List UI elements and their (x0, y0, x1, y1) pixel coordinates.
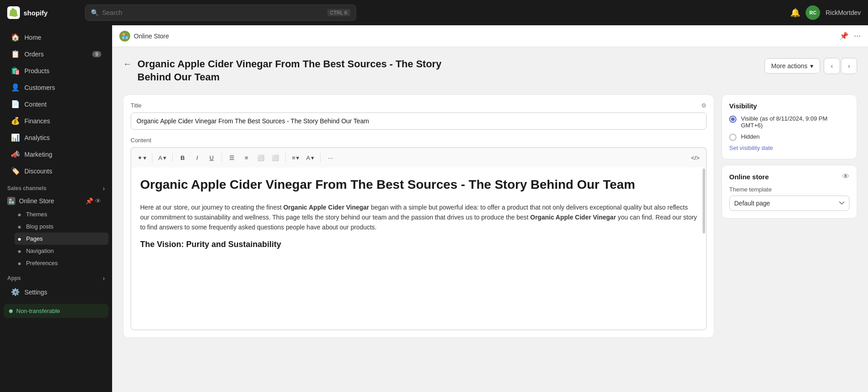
title-label-text: Title (131, 102, 142, 109)
sidebar-item-home[interactable]: 🏠 Home (4, 29, 108, 45)
sidebar-sub-pages[interactable]: Pages (14, 233, 108, 245)
html-source-button[interactable]: </> (689, 151, 702, 164)
logo[interactable]: shopify (7, 6, 80, 19)
toolbar-separator (152, 153, 152, 162)
prev-arrow-button[interactable]: ‹ (824, 58, 840, 74)
visible-radio-button[interactable] (729, 116, 736, 123)
avatar[interactable]: RC (806, 5, 820, 20)
non-transferable-badge[interactable]: Non-transferable (4, 304, 108, 318)
italic-button[interactable]: I (191, 151, 203, 164)
sales-channels-label: Sales channels (7, 185, 47, 191)
toolbar-separator (285, 153, 286, 162)
sidebar-item-label: Settings (24, 289, 47, 296)
pin-subnav-icon[interactable]: 📌 (840, 32, 849, 40)
search-bar[interactable]: 🔍 CTRLK (85, 5, 356, 21)
expand-sales-channels-icon[interactable]: › (103, 185, 105, 192)
visible-radio-item[interactable]: Visible (as of 8/11/2024, 9:09 PM GMT+6) (729, 115, 849, 129)
font-dropdown-button[interactable]: A ▾ (156, 151, 169, 164)
hidden-radio-label: Hidden (741, 133, 760, 140)
back-button[interactable]: ← (123, 59, 132, 69)
sidebar-item-discounts[interactable]: 🏷️ Discounts (4, 163, 108, 179)
theme-template-select[interactable]: Default page Custom page (729, 196, 849, 211)
outdent-button[interactable]: ⬜ (269, 151, 282, 164)
sidebar-sub-label: Themes (26, 211, 47, 218)
notification-bell-icon[interactable]: 🔔 (790, 8, 800, 18)
sidebar-item-customers[interactable]: 👤 Customers (4, 79, 108, 95)
search-shortcut: CTRLK (327, 9, 350, 16)
online-store-eye-icon[interactable]: 👁 (842, 173, 849, 181)
sidebar-item-label: Finances (24, 117, 50, 125)
title-settings-icon[interactable]: ⚙ (701, 102, 707, 109)
sidebar-item-analytics[interactable]: 📊 Analytics (4, 130, 108, 145)
subnav: 🏪 Online Store 📌 ··· (112, 25, 868, 47)
two-col-layout: Title ⚙ Content ✦ ▾ (123, 94, 857, 338)
editor-body[interactable]: Organic Apple Cider Vinegar From The Bes… (131, 168, 707, 330)
sidebar-item-orders[interactable]: 📋 Orders 9 (4, 46, 108, 62)
content-icon: 📄 (11, 100, 20, 108)
sales-channels-header: Sales channels › (0, 179, 112, 194)
sidebar-item-products[interactable]: 🛍️ Products (4, 63, 108, 79)
subnav-title: Online Store (134, 33, 169, 40)
sidebar-item-content[interactable]: 📄 Content (4, 96, 108, 112)
bold-button[interactable]: B (176, 151, 189, 164)
underline-button[interactable]: U (205, 151, 218, 164)
ordered-list-button[interactable]: ≡ (240, 151, 253, 164)
title-input[interactable] (131, 112, 707, 130)
page-header-right: More actions ▾ ‹ › (764, 58, 857, 74)
online-store-actions: 📌 👁 (85, 197, 101, 205)
orders-icon: 📋 (11, 50, 20, 58)
topbar: shopify 🔍 CTRLK 🔔 RC RickMortdev (0, 0, 868, 25)
indent-button[interactable]: ⬜ (255, 151, 267, 164)
more-options-button[interactable]: ··· (324, 151, 337, 164)
sidebar-sub-label: Blog posts (26, 223, 54, 230)
nav-arrows: ‹ › (824, 58, 857, 74)
next-arrow-button[interactable]: › (841, 58, 857, 74)
set-visibility-link[interactable]: Set visibility date (729, 145, 773, 151)
eye-icon[interactable]: 👁 (95, 197, 101, 205)
toolbar-separator (222, 153, 222, 162)
text-color-button[interactable]: A ▾ (304, 151, 316, 164)
editor-toolbar: ✦ ▾ A ▾ B I U ☰ ≡ ⬜ ⬜ (131, 147, 707, 168)
sidebar-sub-preferences[interactable]: Preferences (14, 257, 108, 269)
hidden-radio-button[interactable] (729, 134, 736, 141)
hidden-radio-item[interactable]: Hidden (729, 133, 849, 141)
online-store-card-title: Online store (729, 173, 769, 181)
sidebar-item-settings[interactable]: ⚙️ Settings (4, 284, 108, 300)
title-field-label: Title ⚙ (131, 102, 707, 109)
sidebar-item-label: Content (24, 101, 47, 108)
align-dropdown-button[interactable]: ≡ ▾ (289, 151, 302, 164)
more-actions-button[interactable]: More actions ▾ (764, 58, 820, 74)
main-layout: 🏠 Home 📋 Orders 9 🛍️ Products 👤 Customer… (0, 25, 868, 392)
sidebar-item-online-store[interactable]: 🏪 Online Store 📌 👁 (4, 194, 108, 208)
sidebar-item-marketing[interactable]: 📣 Marketing (4, 146, 108, 162)
editor-bold-2: Organic Apple Cider Vinegar (530, 214, 616, 221)
editor-card: Title ⚙ Content ✦ ▾ (123, 94, 714, 338)
sidebar-sub-label: Pages (26, 235, 43, 242)
content-field-label: Content (131, 137, 707, 144)
more-actions-label: More actions (771, 62, 807, 70)
format-dropdown-button[interactable]: ✦ ▾ (136, 151, 148, 164)
sidebar: 🏠 Home 📋 Orders 9 🛍️ Products 👤 Customer… (0, 25, 112, 392)
expand-apps-icon[interactable]: › (103, 275, 105, 282)
card-inner: Title ⚙ Content ✦ ▾ (123, 95, 714, 337)
editor-paragraph-1: Here at our store, our journey to creati… (140, 202, 697, 233)
sidebar-item-finances[interactable]: 💰 Finances (4, 113, 108, 129)
search-input[interactable] (102, 9, 324, 16)
topbar-right: 🔔 RC RickMortdev (790, 5, 861, 20)
content-label-text: Content (131, 137, 151, 144)
editor-para1-prefix: Here at our store, our journey to creati… (140, 204, 283, 211)
online-store-label: Online Store (19, 197, 54, 205)
sidebar-sub-blog-posts[interactable]: Blog posts (14, 220, 108, 233)
orders-badge: 9 (92, 51, 101, 57)
editor-scrollbar[interactable] (703, 168, 705, 233)
visibility-card-title: Visibility (729, 102, 849, 110)
editor-column: Title ⚙ Content ✦ ▾ (123, 94, 714, 338)
pin-icon[interactable]: 📌 (85, 197, 93, 205)
non-transferable-label: Non-transferable (16, 308, 60, 314)
unordered-list-button[interactable]: ☰ (226, 151, 238, 164)
page-header-left: ← Organic Apple Cider Vinegar From The B… (123, 58, 454, 84)
sidebar-sub-navigation[interactable]: Navigation (14, 245, 108, 257)
more-subnav-icon[interactable]: ··· (854, 31, 861, 41)
sidebar-sub-themes[interactable]: Themes (14, 208, 108, 220)
sidebar-item-label: Orders (24, 51, 44, 58)
